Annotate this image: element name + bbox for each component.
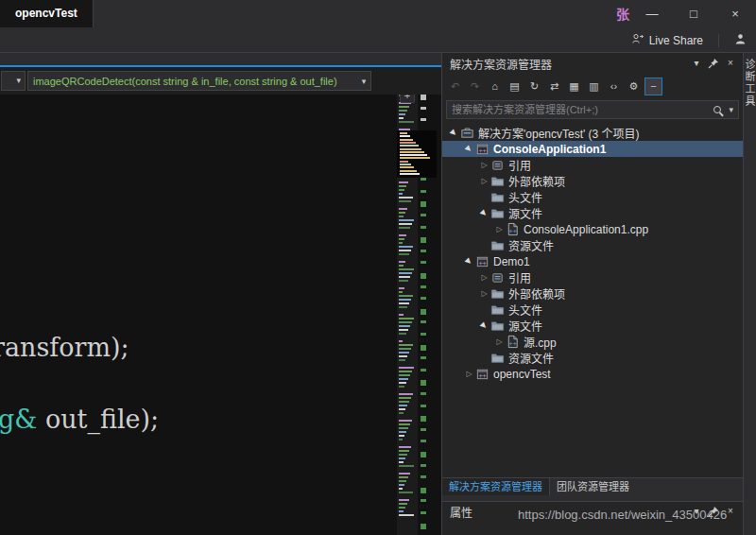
tree-item-label: 引用	[508, 157, 531, 173]
tree-item[interactable]: 资源文件	[442, 350, 743, 366]
folder-icon	[490, 190, 505, 204]
tree-expanded-arrow-icon[interactable]: ▶	[448, 129, 460, 137]
search-options-chevron-icon[interactable]: ▾	[729, 105, 733, 114]
switch-views-button[interactable]: ⇄	[545, 78, 563, 95]
sync-with-active-document-button[interactable]: ↻	[525, 78, 543, 95]
forward-button[interactable]: ↷	[466, 78, 484, 95]
cpp-icon: ++	[506, 222, 520, 236]
editor-split-handle[interactable]: +	[400, 95, 415, 103]
code-fragment: ransform);	[0, 333, 129, 362]
tree-item-label: 外部依赖项	[508, 285, 565, 302]
titlebar: opencvTest 张 — □ ×	[0, 0, 756, 28]
tree-item[interactable]: ▶源文件	[442, 205, 743, 221]
navigation-bar: ▾ imageQRCodeDetect(const string & in_fi…	[0, 67, 441, 95]
member-dropdown[interactable]: imageQRCodeDetect(const string & in_file…	[27, 71, 371, 91]
svg-text:++: ++	[509, 339, 517, 348]
tab-team-explorer[interactable]: 团队资源管理器	[550, 478, 636, 495]
close-button[interactable]: ×	[714, 0, 756, 28]
tree-item-label: 源.cpp	[524, 334, 557, 350]
type-dropdown[interactable]: ▾	[1, 71, 26, 91]
code-fragment: g& out_file);	[0, 405, 159, 434]
pending-changes-filter-button[interactable]: ▥	[585, 78, 603, 95]
svg-text:++: ++	[478, 147, 486, 155]
tree-item[interactable]: ▶++ConsoleApplication1	[442, 141, 743, 157]
tree-item-label: ConsoleApplication1	[493, 143, 606, 156]
folder-icon	[490, 319, 505, 333]
view-code-button[interactable]: ‹›	[605, 78, 623, 95]
project-icon: ++	[475, 142, 490, 156]
tree-item[interactable]: ▷++opencvTest	[442, 366, 743, 382]
home-button[interactable]: ⌂	[486, 78, 504, 95]
tree-item-label: 资源文件	[508, 350, 554, 366]
tree-item-label: Demo1	[493, 255, 530, 268]
references-icon	[490, 270, 505, 285]
solution-icon	[460, 126, 474, 140]
close-icon[interactable]: ×	[722, 56, 739, 71]
tree-item[interactable]: ▶解决方案'opencvTest' (3 个项目)	[442, 125, 743, 141]
tree-item[interactable]: 头文件	[442, 302, 743, 318]
tree-expanded-arrow-icon[interactable]: ▶	[463, 257, 475, 266]
svg-text:++: ++	[478, 371, 486, 380]
tree-item-label: ConsoleApplication1.cpp	[524, 223, 648, 236]
project-icon: ++	[475, 367, 490, 381]
window-title-tab[interactable]: opencvTest	[0, 0, 94, 27]
show-all-files-button[interactable]: ▦	[565, 78, 583, 95]
divider	[718, 34, 719, 47]
tree-expanded-arrow-icon[interactable]: ▶	[463, 145, 475, 153]
tool-window-tabs: 解决方案资源管理器团队资源管理器	[442, 477, 743, 495]
tree-expanded-arrow-icon[interactable]: ▶	[478, 209, 490, 217]
tree-expanded-arrow-icon[interactable]: ▶	[478, 321, 490, 330]
account-name[interactable]: 张	[616, 0, 629, 28]
properties-button[interactable]: ⚙	[625, 78, 643, 95]
diagnostic-tools-tab[interactable]: 诊断工具	[744, 59, 756, 108]
solution-explorer-header[interactable]: 解决方案资源管理器 ▾×	[442, 53, 743, 74]
solution-explorer-panel: 解决方案资源管理器 ▾× ↶↷⌂▤↻⇄▦▥‹›⚙− ▾ ▶解决方案'opencv…	[441, 53, 743, 535]
live-share-button[interactable]: Live Share	[631, 32, 703, 48]
folder-icon	[490, 351, 505, 365]
tree-item[interactable]: ▷引用	[442, 269, 743, 285]
dropdown-icon[interactable]: ▾	[688, 56, 705, 71]
panel-title: 解决方案资源管理器	[450, 56, 688, 72]
tree-item[interactable]: ▷++源.cpp	[442, 334, 743, 350]
search-box[interactable]: ▾	[446, 100, 739, 119]
preview-selected-items-button[interactable]: −	[644, 78, 662, 95]
tree-collapsed-arrow-icon[interactable]: ▷	[478, 289, 490, 298]
tree-item[interactable]: ▷引用	[442, 157, 743, 173]
maximize-button[interactable]: □	[673, 0, 714, 28]
tab-solution-explorer[interactable]: 解决方案资源管理器	[442, 478, 550, 495]
tree-collapsed-arrow-icon[interactable]: ▷	[493, 225, 506, 233]
project-icon: ++	[475, 254, 490, 268]
back-button[interactable]: ↶	[446, 78, 464, 95]
tree-collapsed-arrow-icon[interactable]: ▷	[478, 177, 490, 185]
live-share-label: Live Share	[649, 34, 703, 47]
chevron-down-icon: ▾	[357, 77, 370, 86]
code-editor[interactable]: ransform);g& out_file); +	[0, 95, 441, 535]
tree-collapsed-arrow-icon[interactable]: ▷	[463, 370, 475, 378]
tree-item[interactable]: ▶源文件	[442, 318, 743, 334]
pin-icon[interactable]	[705, 56, 722, 71]
collapse-all-button[interactable]: ▤	[506, 78, 524, 95]
tree-item[interactable]: 头文件	[442, 189, 743, 205]
folder-icon	[490, 174, 505, 188]
editor-group: ▾ imageQRCodeDetect(const string & in_fi…	[0, 53, 441, 535]
tree-item-label: 头文件	[508, 189, 542, 205]
tree-item[interactable]: ▶++Demo1	[442, 253, 743, 269]
tree-item[interactable]: 资源文件	[442, 237, 743, 253]
tree-item[interactable]: ▷外部依赖项	[442, 285, 743, 302]
tree-item-label: 解决方案'opencvTest' (3 个项目)	[478, 125, 640, 141]
tree-collapsed-arrow-icon[interactable]: ▷	[493, 337, 506, 346]
minimap-highlight-block	[397, 130, 437, 178]
tree-collapsed-arrow-icon[interactable]: ▷	[478, 161, 490, 169]
cpp-icon: ++	[506, 335, 520, 349]
feedback-icon[interactable]	[734, 32, 747, 49]
tree-item-label: 头文件	[508, 302, 542, 318]
minimize-button[interactable]: —	[631, 0, 673, 28]
tree-collapsed-arrow-icon[interactable]: ▷	[478, 273, 490, 282]
search-icon[interactable]	[713, 106, 721, 113]
vs-window: opencvTest 张 — □ × Live Share	[0, 0, 756, 535]
search-input[interactable]	[447, 104, 713, 115]
tree-item[interactable]: ▷外部依赖项	[442, 173, 743, 189]
tree-item-label: opencvTest	[493, 368, 551, 381]
folder-icon	[490, 238, 505, 252]
tree-item[interactable]: ▷++ConsoleApplication1.cpp	[442, 221, 743, 237]
